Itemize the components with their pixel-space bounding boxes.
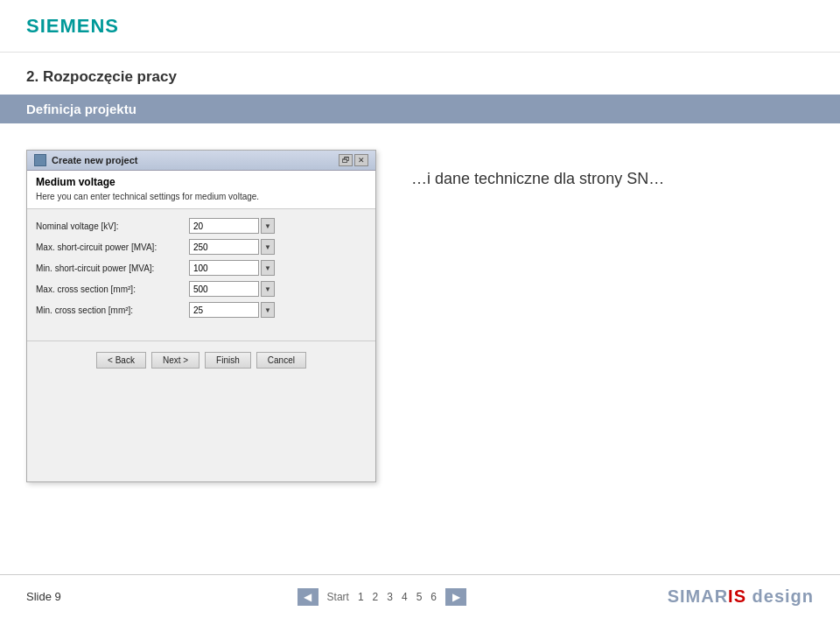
form-row: Nominal voltage [kV]:▼ <box>36 218 367 234</box>
cancel-button[interactable]: Cancel <box>256 352 306 369</box>
dialog-footer: < Back Next > Finish Cancel <box>27 341 375 377</box>
header: SIEMENS <box>0 0 840 53</box>
brand-is: IS <box>728 586 746 606</box>
form-dropdown-arrow[interactable]: ▼ <box>261 218 275 234</box>
form-dropdown-arrow[interactable]: ▼ <box>261 302 275 318</box>
nav-num-4[interactable]: 4 <box>402 591 408 603</box>
form-label: Min. cross section [mm²]: <box>36 305 189 315</box>
form-label: Max. short-circuit power [MVA]: <box>36 242 189 252</box>
form-row: Max. short-circuit power [MVA]:▼ <box>36 239 367 255</box>
form-input-field[interactable] <box>189 302 259 318</box>
blue-bar: Definicja projektu <box>0 95 840 123</box>
form-label: Max. cross section [mm²]: <box>36 284 189 294</box>
dialog-form: Nominal voltage [kV]:▼Max. short-circuit… <box>27 209 375 332</box>
dialog-title: Create new project <box>52 155 137 165</box>
form-input-wrapper: ▼ <box>189 239 367 255</box>
form-input-wrapper: ▼ <box>189 218 367 234</box>
form-input-field[interactable] <box>189 218 259 234</box>
nav-prev-arrow[interactable]: ◀ <box>298 588 318 606</box>
footer-nav: ◀ Start 1 2 3 4 5 6 ▶ <box>96 588 668 606</box>
form-input-field[interactable] <box>189 281 259 297</box>
nav-num-5[interactable]: 5 <box>416 591 423 603</box>
form-input-wrapper: ▼ <box>189 302 367 318</box>
back-button[interactable]: < Back <box>96 352 146 369</box>
nav-next-arrow[interactable]: ▶ <box>445 588 466 606</box>
dialog-app-icon <box>34 154 46 166</box>
slide-label: Slide 9 <box>26 590 96 603</box>
brand-simaris: SIMAR <box>668 586 728 606</box>
next-button[interactable]: Next > <box>151 352 200 369</box>
dialog-titlebar-buttons: 🗗 ✕ <box>339 154 368 166</box>
nav-num-1[interactable]: 1 <box>358 591 364 603</box>
form-input-field[interactable] <box>189 260 259 276</box>
brand-label: SIMARIS design <box>668 586 814 607</box>
dialog-close-button[interactable]: ✕ <box>354 154 368 166</box>
brand-design: design <box>746 586 814 606</box>
form-dropdown-arrow[interactable]: ▼ <box>261 281 275 297</box>
form-label: Nominal voltage [kV]: <box>36 221 189 231</box>
side-text: …i dane techniczne dla strony SN… <box>411 150 664 191</box>
form-dropdown-arrow[interactable]: ▼ <box>261 260 275 276</box>
footer: Slide 9 ◀ Start 1 2 3 4 5 6 ▶ SIMARIS de… <box>0 574 840 618</box>
dialog-section-heading: Medium voltage <box>27 171 375 190</box>
siemens-logo: SIEMENS <box>26 15 119 38</box>
nav-start-label[interactable]: Start <box>327 591 349 603</box>
dialog-minimize-button[interactable]: 🗗 <box>339 154 353 166</box>
form-row: Min. cross section [mm²]:▼ <box>36 302 367 318</box>
form-row: Max. cross section [mm²]:▼ <box>36 281 367 297</box>
dialog-window: Create new project 🗗 ✕ Medium voltage He… <box>26 150 376 482</box>
form-input-wrapper: ▼ <box>189 281 367 297</box>
dialog-description: Here you can enter technical settings fo… <box>27 190 375 209</box>
section-title: 2. Rozpoczęcie pracy <box>0 53 840 95</box>
dialog-titlebar-left: Create new project <box>34 154 137 166</box>
nav-num-6[interactable]: 6 <box>430 591 437 603</box>
dialog-titlebar: Create new project 🗗 ✕ <box>27 151 375 171</box>
form-dropdown-arrow[interactable]: ▼ <box>261 239 275 255</box>
nav-num-3[interactable]: 3 <box>387 591 393 603</box>
form-input-field[interactable] <box>189 239 259 255</box>
form-row: Min. short-circuit power [MVA]:▼ <box>36 260 367 276</box>
nav-num-2[interactable]: 2 <box>373 591 379 603</box>
form-label: Min. short-circuit power [MVA]: <box>36 263 189 273</box>
finish-button[interactable]: Finish <box>205 352 251 369</box>
main-content: Create new project 🗗 ✕ Medium voltage He… <box>0 123 840 509</box>
form-input-wrapper: ▼ <box>189 260 367 276</box>
